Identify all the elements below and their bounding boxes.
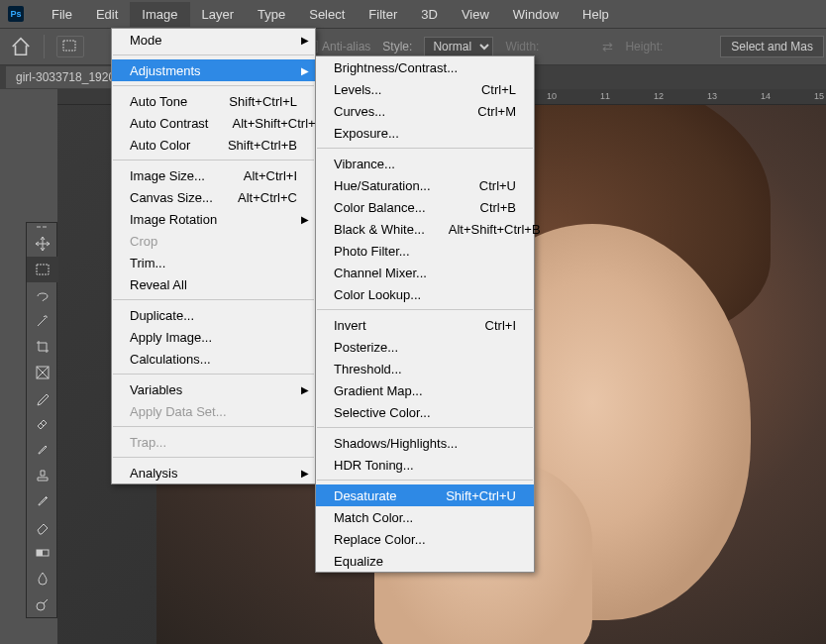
image-menu-trim[interactable]: Trim... <box>112 252 315 273</box>
menu-view[interactable]: View <box>450 2 501 27</box>
adjust-menu-color-lookup[interactable]: Color Lookup... <box>316 283 534 305</box>
menu-item-label: Photo Filter... <box>334 244 516 259</box>
svg-rect-4 <box>37 550 43 556</box>
tool-eyedropper[interactable] <box>27 385 58 411</box>
style-select[interactable]: Normal <box>424 37 493 56</box>
menu-item-label: Adjustments <box>130 63 297 78</box>
adjust-menu-threshold[interactable]: Threshold... <box>316 358 534 379</box>
menu-select[interactable]: Select <box>297 2 357 27</box>
menu-separator <box>317 427 533 428</box>
adjust-menu-curves[interactable]: Curves...Ctrl+M <box>316 100 534 122</box>
adjust-menu-color-balance[interactable]: Color Balance...Ctrl+B <box>316 196 534 218</box>
adjust-menu-gradient-map[interactable]: Gradient Map... <box>316 379 534 401</box>
select-and-mask-button[interactable]: Select and Mas <box>720 36 824 57</box>
image-menu-trap: Trap... <box>112 431 315 453</box>
menu-window[interactable]: Window <box>501 2 570 27</box>
tool-move[interactable] <box>27 231 58 257</box>
adjust-menu-vibrance[interactable]: Vibrance... <box>316 153 534 174</box>
tool-blur[interactable] <box>27 566 58 591</box>
menu-item-label: Shadows/Highlights... <box>334 436 516 451</box>
adjust-menu-photo-filter[interactable]: Photo Filter... <box>316 240 534 262</box>
image-menu-apply-data-set: Apply Data Set... <box>112 400 315 422</box>
image-menu-calculations[interactable]: Calculations... <box>112 348 315 370</box>
home-button[interactable] <box>10 36 32 57</box>
adjust-menu-brightness-contrast[interactable]: Brightness/Contrast... <box>316 56 534 78</box>
adjust-menu-desaturate[interactable]: DesaturateShift+Ctrl+U <box>316 484 534 506</box>
adjust-menu-invert[interactable]: InvertCtrl+I <box>316 314 534 336</box>
image-menu-image-size[interactable]: Image Size...Alt+Ctrl+I <box>112 164 315 186</box>
image-menu-duplicate[interactable]: Duplicate... <box>112 304 315 326</box>
swap-icon[interactable]: ⇄ <box>602 40 613 54</box>
submenu-arrow-icon: ▶ <box>301 384 309 395</box>
tool-healing[interactable] <box>27 411 58 437</box>
menu-filter[interactable]: Filter <box>357 2 409 27</box>
menu-file[interactable]: File <box>40 2 84 27</box>
menu-item-label: Selective Color... <box>334 405 516 420</box>
tool-magic-wand[interactable] <box>27 308 58 334</box>
menu-item-label: Image Rotation <box>130 212 297 227</box>
adjust-menu-hue-saturation[interactable]: Hue/Saturation...Ctrl+U <box>316 174 534 196</box>
menu-item-label: Replace Color... <box>334 532 516 547</box>
menu-help[interactable]: Help <box>570 2 621 27</box>
menu-3d[interactable]: 3D <box>409 2 450 27</box>
adjust-menu-levels[interactable]: Levels...Ctrl+L <box>316 78 534 100</box>
adjust-menu-selective-color[interactable]: Selective Color... <box>316 401 534 423</box>
image-menu-variables[interactable]: Variables▶ <box>112 378 315 400</box>
menu-item-shortcut: Ctrl+I <box>485 318 516 333</box>
adjust-menu-replace-color[interactable]: Replace Color... <box>316 528 534 550</box>
menu-type[interactable]: Type <box>246 2 297 27</box>
tool-gradient[interactable] <box>27 540 58 566</box>
tool-brush[interactable] <box>27 437 58 463</box>
adjustments-submenu: Brightness/Contrast...Levels...Ctrl+LCur… <box>315 55 535 573</box>
adjust-menu-equalize[interactable]: Equalize <box>316 550 534 572</box>
menu-item-label: Variables <box>130 382 297 397</box>
tool-history-brush[interactable] <box>27 488 58 514</box>
tools-panel <box>26 222 57 618</box>
tool-preset-picker[interactable] <box>56 36 84 57</box>
menu-image[interactable]: Image <box>130 2 189 27</box>
menu-item-label: Apply Image... <box>130 330 297 345</box>
tool-eraser[interactable] <box>27 514 58 540</box>
image-menu-analysis[interactable]: Analysis▶ <box>112 462 315 483</box>
adjust-menu-shadows-highlights[interactable]: Shadows/Highlights... <box>316 432 534 454</box>
adjust-menu-hdr-toning[interactable]: HDR Toning... <box>316 454 534 476</box>
image-menu-auto-contrast[interactable]: Auto ContrastAlt+Shift+Ctrl+L <box>112 112 315 134</box>
adjust-menu-exposure[interactable]: Exposure... <box>316 122 534 144</box>
tool-stamp[interactable] <box>27 463 58 488</box>
image-menu-adjustments[interactable]: Adjustments▶ <box>112 59 315 81</box>
menu-layer[interactable]: Layer <box>190 2 247 27</box>
image-menu-apply-image[interactable]: Apply Image... <box>112 326 315 348</box>
image-menu-image-rotation[interactable]: Image Rotation▶ <box>112 208 315 230</box>
tool-frame[interactable] <box>27 360 58 385</box>
menu-item-shortcut: Ctrl+M <box>477 104 516 119</box>
menu-item-label: Channel Mixer... <box>334 266 516 280</box>
adjust-menu-channel-mixer[interactable]: Channel Mixer... <box>316 262 534 283</box>
tool-dodge[interactable] <box>27 591 58 617</box>
menu-item-label: Black & White... <box>334 222 425 237</box>
menu-item-label: Trap... <box>130 435 297 450</box>
image-menu-canvas-size[interactable]: Canvas Size...Alt+Ctrl+C <box>112 186 315 208</box>
adjust-menu-match-color[interactable]: Match Color... <box>316 506 534 528</box>
image-menu-auto-tone[interactable]: Auto ToneShift+Ctrl+L <box>112 90 315 112</box>
menu-separator <box>113 457 314 458</box>
tool-lasso[interactable] <box>27 282 58 308</box>
menu-item-label: Hue/Saturation... <box>334 178 456 193</box>
menu-separator <box>317 148 533 149</box>
menu-item-label: Reveal All <box>130 277 297 292</box>
document-tab[interactable]: girl-3033718_1920. <box>6 66 128 88</box>
image-menu-mode[interactable]: Mode▶ <box>112 29 315 51</box>
menu-edit[interactable]: Edit <box>84 2 130 27</box>
panel-grip[interactable] <box>27 223 56 231</box>
image-menu-auto-color[interactable]: Auto ColorShift+Ctrl+B <box>112 134 315 156</box>
menu-item-label: Canvas Size... <box>130 190 214 205</box>
tool-marquee[interactable] <box>27 257 58 282</box>
image-menu-reveal-all[interactable]: Reveal All <box>112 273 315 295</box>
menu-item-label: Apply Data Set... <box>130 404 297 419</box>
divider <box>44 35 45 58</box>
adjust-menu-black-white[interactable]: Black & White...Alt+Shift+Ctrl+B <box>316 218 534 240</box>
adjust-menu-posterize[interactable]: Posterize... <box>316 336 534 358</box>
tool-crop[interactable] <box>27 334 58 360</box>
menu-item-label: Desaturate <box>334 488 422 503</box>
menu-item-label: Brightness/Contrast... <box>334 60 516 75</box>
menu-item-label: Mode <box>130 33 297 48</box>
